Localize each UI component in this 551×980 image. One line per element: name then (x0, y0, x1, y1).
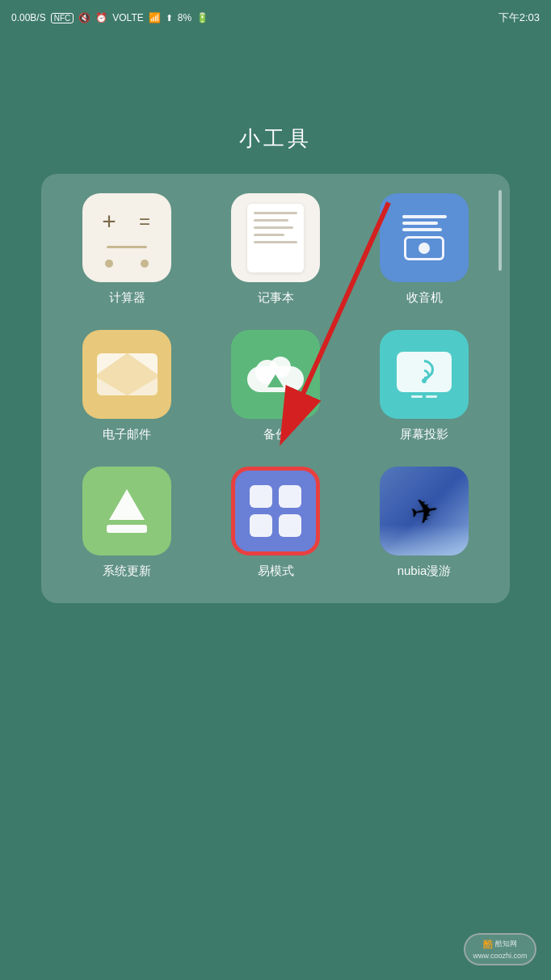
app-item-backup[interactable]: 备份 (209, 330, 342, 442)
watermark-brand: 酷知网 (495, 940, 517, 949)
backup-cloud-wrapper (247, 357, 304, 392)
projection-label: 屏幕投影 (400, 427, 448, 442)
email-flap (97, 353, 158, 374)
calc-plus-symbol: + (102, 208, 116, 235)
status-left: 0.00B/S NFC 🔇 ⏰ VOLTE 📶 ⬆ 8% 🔋 (11, 12, 208, 23)
easymode-grid (235, 471, 316, 551)
radio-line1 (402, 215, 447, 218)
sysupdate-arrow-shape (109, 489, 145, 520)
nubia-inner: ✈ (380, 467, 469, 555)
alarm-icon: ⏰ (95, 12, 107, 23)
proj-bar1 (411, 395, 423, 398)
page-title: 小工具 (0, 125, 551, 153)
sysupdate-icon (82, 467, 171, 555)
notepad-icon (231, 193, 320, 282)
proj-inner (397, 352, 452, 398)
easymode-label: 易模式 (258, 564, 294, 579)
sysupdate-base-bar (107, 525, 147, 533)
sysupdate-label: 系统更新 (103, 564, 151, 579)
network-speed: 0.00B/S (11, 12, 46, 23)
calc-eq-symbol: = (139, 210, 150, 233)
backup-icon (231, 330, 320, 419)
notepad-line3 (254, 226, 293, 229)
status-bar: 0.00B/S NFC 🔇 ⏰ VOLTE 📶 ⬆ 8% 🔋 下午2:03 (0, 0, 551, 36)
email-label: 电子邮件 (103, 427, 151, 442)
radio-body (404, 236, 444, 260)
app-item-calculator[interactable]: + = 计算器 (61, 193, 193, 306)
app-grid: + = 计算器 记事本 (61, 193, 490, 579)
clock: 下午2:03 (498, 11, 540, 25)
radio-knob (419, 243, 430, 254)
notepad-line4 (254, 234, 284, 236)
sysupdate-inner (107, 489, 147, 533)
easymode-sq1 (250, 485, 272, 508)
app-item-easymode[interactable]: 易模式 (209, 467, 342, 579)
battery-percent: 8% (178, 12, 191, 23)
status-right: 下午2:03 (498, 11, 540, 25)
watermark: 酷 酷知网 www.coozhi.com (464, 933, 536, 965)
nubia-label: nubia漫游 (397, 564, 452, 579)
nfc-badge: NFC (51, 13, 74, 23)
app-item-nubia[interactable]: ✈ nubia漫游 (358, 467, 490, 579)
app-item-notepad[interactable]: 记事本 (209, 193, 342, 306)
email-icon (82, 330, 171, 419)
radio-line3 (402, 228, 443, 231)
volte-label: VOLTE (112, 12, 143, 23)
projection-icon (380, 330, 469, 419)
watermark-logo-icon: 酷 (483, 938, 493, 952)
easymode-sq3 (250, 514, 272, 537)
app-item-radio[interactable]: 收音机 (358, 193, 490, 306)
notepad-line2 (254, 219, 288, 222)
proj-screen (397, 352, 452, 392)
email-envelope (97, 353, 158, 395)
watermark-url: www.coozhi.com (473, 952, 527, 961)
email-bottom (97, 378, 158, 395)
easymode-sq2 (279, 485, 301, 508)
speaker-icon: 🔇 (78, 12, 90, 23)
calc-line (107, 246, 146, 248)
radio-label: 收音机 (406, 290, 443, 306)
notepad-line1 (254, 212, 297, 214)
app-grid-container: + = 计算器 记事本 (41, 174, 510, 603)
app-item-email[interactable]: 电子邮件 (61, 330, 193, 442)
proj-bar2 (426, 395, 437, 398)
proj-bars (411, 395, 437, 398)
calculator-icon: + = (82, 193, 171, 282)
notepad-line5 (254, 241, 297, 243)
calc-dot (105, 260, 113, 268)
easymode-sq4 (279, 514, 301, 537)
backup-inner (247, 357, 304, 392)
app-item-projection[interactable]: 屏幕投影 (358, 330, 490, 442)
radio-icon (380, 193, 469, 282)
radio-line2 (402, 222, 438, 225)
backup-label: 备份 (263, 427, 288, 442)
nubia-icon: ✈ (380, 467, 469, 555)
cloud-arrow-up (267, 374, 284, 387)
easymode-icon (231, 467, 320, 555)
signal-bars-2-icon: ⬆ (166, 13, 173, 23)
notepad-inner (247, 204, 304, 272)
calculator-label: 计算器 (109, 290, 145, 306)
signal-bars-icon: 📶 (149, 12, 161, 23)
notepad-label: 记事本 (258, 290, 294, 306)
calc-dot2 (141, 260, 149, 268)
battery-icon: 🔋 (196, 12, 208, 23)
app-item-sysupdate[interactable]: 系统更新 (61, 467, 193, 579)
